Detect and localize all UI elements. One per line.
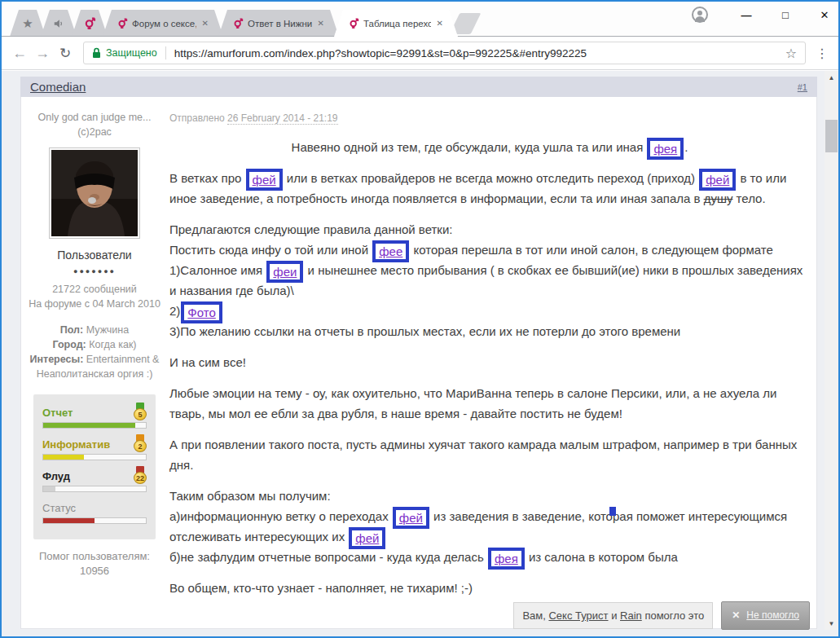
forum-icon [349,18,359,29]
scrollbar-thumb[interactable] [825,120,838,152]
post-text: или в ветках провайдеров не всегда можно… [284,171,699,185]
tab-tablica-perehodov[interactable]: Таблица переходов фей ✕ [334,10,458,37]
fairy-link[interactable]: фей [355,531,379,545]
post-text: тело. [732,191,765,205]
close-icon: ✕ [732,605,740,626]
member-since: На форуме с 04 March 2010 [23,297,166,311]
close-button[interactable]: ✕ [816,9,833,21]
fairy-link[interactable]: фей [706,173,729,187]
tab-otvet-nizhny[interactable]: Ответ в Нижний Новгор ✕ [218,10,339,37]
pinned-tab-bookmark[interactable]: ★ [10,10,46,37]
tab-strip: ★ Форум о сексе, секс фор ✕ [10,10,476,37]
annotation-box: фей [349,527,385,549]
scroll-up-icon[interactable]: ▲ [825,73,838,84]
profile-icon[interactable] [692,7,708,23]
post-text: 2) [169,304,180,318]
fairy-link[interactable]: фей [253,173,276,187]
reload-button[interactable]: ↻ [54,45,77,62]
helped-user-link[interactable]: Секс Турист [548,609,608,622]
post-text: А при появлении такого поста, пусть адми… [169,438,797,472]
reputation-row: Статус [42,498,147,524]
tab-close-icon[interactable]: ✕ [316,19,326,28]
sent-date: 26 February 2014 - 21:19 [227,112,337,125]
fairy-link[interactable]: фея [495,552,518,565]
post-text: Навеяно одной из тем, где обсуждали, куд… [292,140,647,154]
avatar [49,147,140,239]
annotation-box: Фото [181,301,222,323]
page-content: Comedian #1 Only god can judge me... (c)… [2,71,838,636]
fairy-link[interactable]: Фото [187,306,215,319]
fairy-link[interactable]: фей [399,511,423,525]
post-text: В ветках про [169,171,245,185]
gender-row: Пол: Мужчина [23,323,166,337]
forward-button[interactable]: → [31,45,54,62]
post-text: Любые эмоции на тему - оу, как охуительн… [169,386,776,420]
tab-close-icon[interactable]: ✕ [200,19,210,28]
post-text: Предлагаются следующие правила данной ве… [169,222,452,236]
pinned-tab-forum[interactable] [72,10,108,37]
post-text: И на сим все! [169,355,246,369]
reputation-label: Информатив [42,438,110,452]
browser-menu-icon[interactable]: ⋮ [812,46,832,61]
fairy-link[interactable]: феи [273,265,297,279]
forum-icon [233,18,244,29]
author-link[interactable]: Comedian [30,80,86,94]
post-header-bar: Comedian #1 [20,77,817,97]
post-text: которая перешла в тот или иной салон, в … [410,243,773,257]
user-motto-line2: (c)2pac [23,125,166,139]
annotation-artifact [609,507,616,516]
tab-close-icon[interactable]: ✕ [435,19,445,28]
annotation-box: феи [266,261,303,283]
medal-icon: 5 [134,403,147,420]
fairy-link[interactable]: фея [653,142,677,156]
security-indicator[interactable]: Защищено [92,47,157,59]
browser-toolbar: ← → ↻ Защищено https://amurforum.com/ind… [2,37,838,70]
back-button[interactable]: ← [8,45,31,62]
reputation-bar [42,422,147,429]
pinned-tab-audio[interactable] [41,10,77,37]
post-text: . [684,140,688,154]
tab-forum-o-sekse[interactable]: Форум о сексе, секс фор ✕ [103,10,223,37]
title-bar: ★ Форум о сексе, секс фор ✕ [2,2,838,37]
annotation-box: фее [372,240,409,262]
reputation-bar [42,486,147,492]
paragraph: И на сим все! [169,352,810,372]
reputation-label: Статус [42,501,76,516]
minimize-button[interactable]: — [737,9,755,21]
paragraph: 1)Салонное имя феи и нынешнее место приб… [169,260,810,301]
helped-users: Помог пользователям: 10956 [23,549,166,579]
bookmark-star-icon[interactable]: ☆ [785,46,797,61]
tab-title: Таблица переходов фей [363,19,431,29]
annotation-box: фея [488,548,525,570]
not-helped-button[interactable]: ✕ Не помогло [721,601,810,630]
paragraph: Таким образом мы получим: [169,486,810,506]
post-panel: Only god can judge me... (c)2pac [20,97,817,629]
post-number-link[interactable]: #1 [798,82,807,92]
reputation-row: Флуд22 [42,466,147,492]
reputation-label: Отчет [42,406,73,420]
reputation-row: Отчет5 [42,403,147,429]
url-text[interactable]: https://amurforum.com/index.php?showtopi… [174,47,785,59]
omnibox-separator [165,46,166,59]
helped-row: Вам, Секс Турист и Rain помогло это ✕ Не… [169,601,810,630]
scrollbar[interactable]: ▲ ▼ [825,71,838,630]
scroll-down-icon[interactable]: ▼ [825,618,838,630]
maximize-button[interactable]: □ [776,9,794,21]
user-sidebar: Only god can judge me... (c)2pac [23,110,166,579]
star-icon: ★ [22,16,33,31]
paragraph: В ветках про фей или в ветках провайдеро… [169,168,810,209]
post-text: Таким образом мы получим: [169,489,331,503]
reputation-bar [42,517,147,524]
helped-user-link[interactable]: Rain [620,609,642,622]
annotation-box: фей [699,169,736,191]
post-paragraphs: Навеяно одной из тем, где обсуждали, куд… [169,137,810,598]
user-motto-line1: Only god can judge me... [23,110,166,125]
reputation-box: Отчет5Информатив2Флуд22Статус [33,394,156,539]
reputation-bar [42,454,147,460]
user-group: Пользователи [23,248,166,262]
fairy-link[interactable]: фее [379,244,402,258]
post-text: Во общем, кто-что узнает - наполняет, не… [169,581,473,595]
address-bar[interactable]: Защищено https://amurforum.com/index.php… [83,42,806,64]
medal-icon: 22 [134,466,147,484]
post-text: 1)Салонное имя [169,263,266,277]
